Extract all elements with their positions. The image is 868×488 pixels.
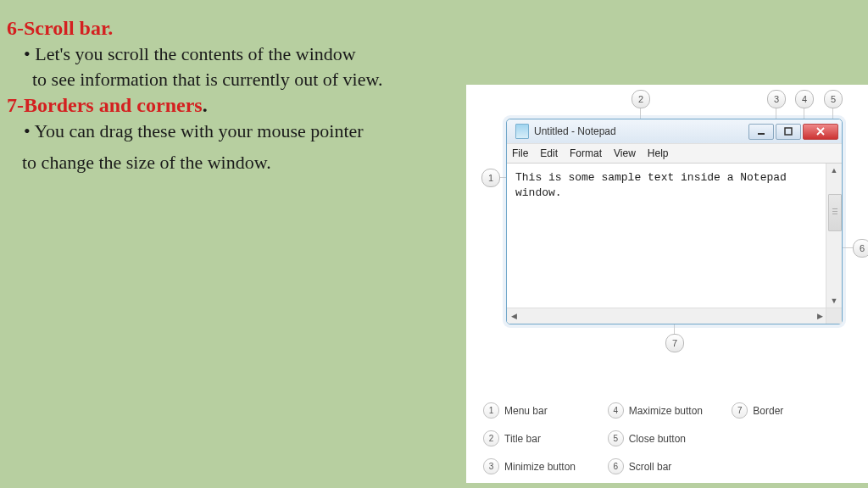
slide: 6-Scroll bar. • Let's you scroll the con… [0,0,868,488]
legend-num: 6 [608,458,624,474]
section-7-line2: to change the size of the window. [22,148,465,177]
legend-label: Menu bar [504,406,548,416]
legend-item: 1Menu bar [483,402,608,419]
section-6-line1: • Let's you scroll the contents of the w… [24,42,465,67]
resize-grip[interactable] [826,308,842,324]
legend-label: Minimize button [504,462,576,472]
callout-6: 6 [853,239,868,258]
minimize-icon [757,127,765,136]
close-button[interactable] [803,124,838,140]
section-7-heading: 7-Borders and corners. [7,92,465,119]
legend-num: 4 [608,402,624,419]
menu-bar: File Edit Format View Help [507,143,842,164]
scroll-down-icon[interactable]: ▼ [826,294,842,308]
maximize-button[interactable] [776,124,801,140]
legend-label: Scroll bar [629,462,672,472]
section-7-heading-text: 7-Borders and corners [7,94,203,116]
section-7-line1: • You can drag these with your mouse poi… [24,119,465,144]
legend-label: Title bar [504,434,541,444]
legend: 1Menu bar 4Maximize button 7Border 2Titl… [483,402,856,474]
svg-rect-1 [785,128,792,135]
legend-num: 2 [483,430,499,446]
vertical-scrollbar[interactable]: ▲ ▼ [826,164,842,308]
legend-num: 1 [483,402,499,419]
section-7-heading-dot: . [203,94,208,116]
window-title: Untitled - Notepad [534,126,748,136]
section-6-line2: to see information that is currently out… [32,67,465,92]
menu-help[interactable]: Help [648,148,669,158]
menu-edit[interactable]: Edit [540,148,558,158]
legend-item: 3Minimize button [483,458,608,474]
legend-num: 3 [483,458,499,474]
menu-view[interactable]: View [614,148,636,158]
scroll-left-icon[interactable]: ◀ [507,308,520,324]
titlebar[interactable]: Untitled - Notepad [507,119,842,143]
close-icon [816,127,825,136]
diagram-panel: 1 2 3 4 5 6 7 Untitled - Notepad [466,85,868,483]
text-content[interactable]: This is some sample text inside a Notepa… [507,164,826,308]
menu-format[interactable]: Format [570,148,602,158]
legend-item: 7Border [732,402,856,419]
notepad-window: Untitled - Notepad File Edit Format [506,119,843,324]
callout-7: 7 [665,334,684,352]
window-buttons [748,124,838,140]
callout-lead [841,247,853,248]
scroll-right-icon[interactable]: ▶ [813,308,826,324]
svg-rect-0 [758,133,765,135]
legend-item: 6Scroll bar [608,458,732,474]
maximize-icon [784,127,793,136]
callout-2: 2 [632,90,650,108]
horizontal-scrollbar[interactable]: ◀ ▶ [507,308,842,324]
legend-item: 5Close button [608,430,732,446]
scroll-up-icon[interactable]: ▲ [826,164,842,177]
callout-5: 5 [824,90,843,108]
callout-1: 1 [481,169,500,187]
notepad-icon [515,124,529,139]
text-area-container: This is some sample text inside a Notepa… [507,164,842,308]
callout-4: 4 [795,90,814,108]
legend-item: 4Maximize button [608,402,732,419]
slide-text: 6-Scroll bar. • Let's you scroll the con… [7,15,465,178]
section-6-heading: 6-Scroll bar. [7,15,465,42]
legend-item: 2Title bar [483,430,608,446]
legend-label: Close button [629,434,686,444]
scroll-thumb[interactable] [828,194,842,231]
legend-num: 5 [608,430,624,446]
legend-label: Maximize button [629,406,703,416]
legend-label: Border [753,406,783,416]
menu-file[interactable]: File [512,148,528,158]
minimize-button[interactable] [748,124,774,140]
callout-3: 3 [767,90,786,108]
legend-num: 7 [732,402,748,419]
